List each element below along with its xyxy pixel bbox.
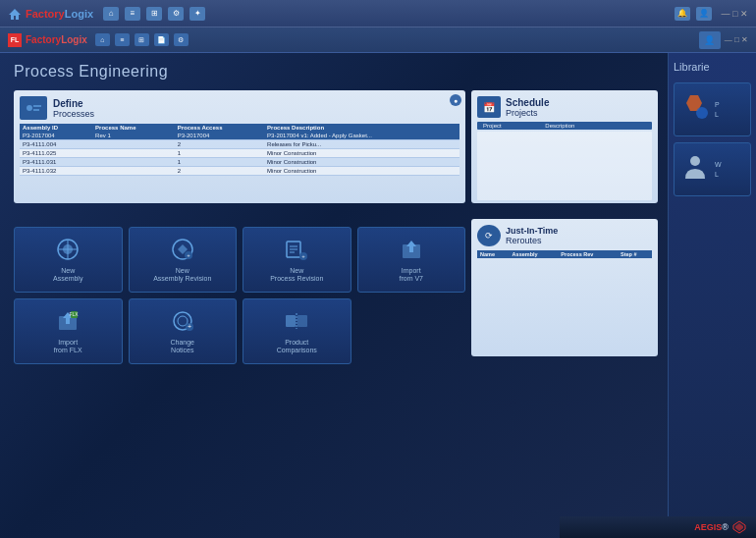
product-comparisons-icon xyxy=(283,307,310,335)
person-icon xyxy=(680,153,710,186)
svg-rect-3 xyxy=(33,109,39,111)
svg-text:+: + xyxy=(187,252,190,258)
aegis-logo-icon xyxy=(732,520,746,534)
main-content: Process Engineering ● xyxy=(0,53,756,538)
toolbar-user-btn[interactable]: 👤 xyxy=(699,31,721,49)
icon-home[interactable]: ⌂ xyxy=(103,7,119,21)
col-process-desc: Process Description xyxy=(264,124,459,132)
svg-rect-28 xyxy=(297,315,307,327)
app-title: FactoryLogix xyxy=(26,8,93,20)
col-process-access: Process Access xyxy=(175,124,264,132)
table-row[interactable]: P3-4111.025 1 Minor Construction xyxy=(20,149,459,158)
new-assembly-revision-button[interactable]: + New Assembly Revision xyxy=(129,227,238,293)
define-processes-header: Define Processes xyxy=(20,96,459,120)
new-assembly-button[interactable]: New Assembly xyxy=(14,227,123,293)
product-comparisons-button[interactable]: Product Comparisons xyxy=(243,298,351,364)
notification-icon[interactable]: 🔔 xyxy=(675,7,690,21)
define-processes-card: ● Define Processes xyxy=(14,90,465,203)
new-assembly-icon xyxy=(54,236,81,263)
define-processes-icon xyxy=(20,96,47,120)
new-process-revision-button[interactable]: + New Process Revision xyxy=(243,227,351,293)
change-notices-icon: + xyxy=(169,307,196,335)
svg-point-32 xyxy=(690,156,700,166)
icon-list[interactable]: ≡ xyxy=(125,7,140,21)
home-icon xyxy=(8,7,22,21)
table-row[interactable]: P3-4111.032 2 Minor Construction xyxy=(20,167,459,176)
win-controls: — □ ✕ xyxy=(722,9,748,19)
toolbar-list-icon[interactable]: ≡ xyxy=(115,33,130,46)
toolbar-doc-icon[interactable]: 📄 xyxy=(154,33,169,46)
product-comparisons-label: Product Comparisons xyxy=(277,339,317,355)
top-cards-row: ● Define Processes xyxy=(14,90,658,211)
toolbar-settings-icon[interactable]: ⚙ xyxy=(174,33,189,46)
title-bar-icons: ⌂ ≡ ⊞ ⚙ ✦ xyxy=(103,7,205,21)
jit-reroutes-card: ⟳ Just-In-Time Reroutes Name Assembly Pr… xyxy=(471,219,658,356)
processes-table: Assembly ID Process Name Process Access … xyxy=(20,124,459,176)
assembly-svg xyxy=(55,237,81,262)
new-assembly-revision-label: New Assembly Revision xyxy=(153,267,211,284)
schedule-title-block: Schedule Projects xyxy=(506,97,549,118)
sidebar-part-libraries-label: P L xyxy=(715,100,720,118)
reroutes-empty-row xyxy=(477,258,652,317)
table-row[interactable]: P3-2017004 Rev 1 P3-2017004 P3-2017004 v… xyxy=(20,132,459,140)
col-assembly-id: Assembly ID xyxy=(20,124,92,132)
import-from-flx-label: Import from FLX xyxy=(54,339,82,355)
sidebar-work-instructions-label: W L xyxy=(715,160,722,178)
shapes-svg xyxy=(680,93,710,121)
person-svg xyxy=(680,153,710,181)
import-v7-svg xyxy=(399,237,424,262)
sidebar-item-work-instructions[interactable]: W L xyxy=(674,142,751,196)
left-panel: Process Engineering ● xyxy=(0,53,668,538)
reroutes-col-assembly: Assembly xyxy=(510,250,559,258)
table-row[interactable]: P3-4111.004 2 Releases for Picku... xyxy=(20,140,459,149)
svg-text:+: + xyxy=(188,323,191,330)
user-icon[interactable]: 👤 xyxy=(696,7,712,21)
toolbar-grid-icon[interactable]: ⊞ xyxy=(135,33,149,46)
import-from-flx-icon: FLX xyxy=(54,307,81,335)
toolbar-home-icon[interactable]: ⌂ xyxy=(95,33,110,46)
process-rev-svg: + xyxy=(284,237,309,262)
schedule-projects-header: 📅 Schedule Projects xyxy=(477,96,652,118)
table-row[interactable]: P3-4111.031 1 Minor Construction xyxy=(20,158,459,167)
new-process-revision-icon: + xyxy=(283,236,310,263)
icon-settings[interactable]: ⚙ xyxy=(168,7,184,21)
change-svg: + xyxy=(170,308,195,334)
reroutes-col-step: Step # xyxy=(618,250,652,258)
buttons-grid: New Assembly + xyxy=(14,227,465,364)
new-assembly-label: New Assembly xyxy=(53,267,82,284)
define-processes-close[interactable]: ● xyxy=(450,94,461,106)
svg-rect-2 xyxy=(33,105,41,107)
toolbar-app-name: FactoryLogix xyxy=(26,34,87,45)
svg-point-1 xyxy=(27,105,32,111)
import-from-flx-button[interactable]: FLX Import from FLX xyxy=(14,298,123,364)
toolbar-logo-box: FL xyxy=(8,33,22,47)
reroutes-col-name: Name xyxy=(477,250,510,258)
schedule-content-area xyxy=(477,132,652,200)
svg-text:+: + xyxy=(301,253,305,259)
icon-gear2[interactable]: ✦ xyxy=(189,7,205,21)
title-bar: FactoryLogix ⌂ ≡ ⊞ ⚙ ✦ 🔔 👤 — □ ✕ xyxy=(0,0,756,27)
toolbar-right: 👤 — □ ✕ xyxy=(699,31,748,49)
import-from-v7-label: Import from V7 xyxy=(399,267,423,284)
revision-svg: + xyxy=(170,237,195,262)
svg-marker-0 xyxy=(9,9,21,20)
import-from-v7-button[interactable]: Import from V7 xyxy=(357,227,466,293)
schedule-col-headers: Project Description xyxy=(477,122,652,130)
sidebar-item-part-libraries[interactable]: P L xyxy=(674,82,751,136)
schedule-icon: 📅 xyxy=(477,96,501,118)
shapes-icon xyxy=(680,93,710,126)
icon-grid[interactable]: ⊞ xyxy=(146,7,162,21)
jit-reroutes-title-block: Just-In-Time Reroutes xyxy=(506,226,558,245)
footer: AEGIS® xyxy=(560,516,756,538)
toolbar-logo: FL FactoryLogix xyxy=(8,33,87,47)
reroutes-table: Name Assembly Process Rev Step # xyxy=(477,250,652,317)
title-bar-logo: FactoryLogix xyxy=(8,7,93,21)
change-notices-button[interactable]: + Change Notices xyxy=(129,298,238,364)
page-title: Process Engineering xyxy=(14,63,658,81)
change-notices-label: Change Notices xyxy=(170,339,194,355)
window-chrome: FactoryLogix ⌂ ≡ ⊞ ⚙ ✦ 🔔 👤 — □ ✕ FL Fact… xyxy=(0,0,756,538)
bottom-section: New Assembly + xyxy=(14,219,658,364)
import-flx-svg: FLX xyxy=(55,308,81,334)
schedule-col-description: Description xyxy=(539,122,652,130)
processes-svg-icon xyxy=(25,100,42,116)
